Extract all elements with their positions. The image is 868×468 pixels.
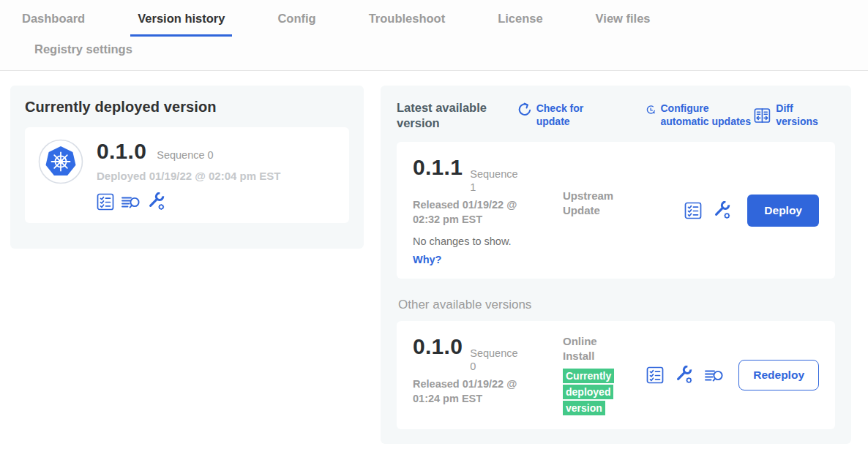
tab-view-files[interactable]: View files bbox=[588, 12, 658, 34]
check-for-update-label: Check for update bbox=[536, 102, 616, 128]
redeploy-button[interactable]: Redeploy bbox=[738, 360, 819, 390]
deploy-button[interactable]: Deploy bbox=[747, 195, 819, 227]
view-logs-icon[interactable] bbox=[121, 195, 140, 210]
latest-available-card: Latest available version Check for updat… bbox=[381, 86, 851, 444]
version-number: 0.1.1 bbox=[413, 155, 463, 180]
diff-versions-label: Diff versions bbox=[776, 102, 835, 128]
tab-registry-settings[interactable]: Registry settings bbox=[27, 42, 140, 65]
version-source: Online Install bbox=[563, 334, 629, 363]
diff-versions-link[interactable]: Diff versions bbox=[754, 102, 835, 128]
wrench-gear-icon[interactable] bbox=[147, 192, 166, 211]
top-nav: Dashboard Version history Config Trouble… bbox=[0, 0, 868, 71]
scheduled-update-icon bbox=[646, 102, 656, 118]
no-changes-note: No changes to show. bbox=[413, 235, 563, 247]
deployed-version-number: 0.1.0 bbox=[97, 139, 146, 164]
diff-versions-icon bbox=[754, 107, 771, 124]
configure-automatic-updates-link[interactable]: Configure automatic updates bbox=[646, 102, 755, 128]
currently-deployed-title: Currently deployed version bbox=[25, 99, 349, 116]
sequence-label: Sequence 1 bbox=[470, 168, 521, 194]
tab-config[interactable]: Config bbox=[270, 12, 323, 34]
nav-tab-row: Dashboard Version history Config Trouble… bbox=[0, 0, 868, 37]
nav-tab-row-2: Registry settings bbox=[0, 37, 868, 65]
tab-troubleshoot[interactable]: Troubleshoot bbox=[362, 12, 453, 34]
check-for-update-link[interactable]: Check for update bbox=[517, 102, 616, 128]
released-timestamp: Released 01/19/22 @ 01:24 pm EST bbox=[413, 377, 541, 406]
checklist-icon[interactable] bbox=[97, 193, 114, 211]
wrench-gear-icon[interactable] bbox=[713, 201, 732, 220]
view-logs-icon[interactable] bbox=[705, 368, 723, 383]
deployed-timestamp: Deployed 01/19/22 @ 02:04 pm EST bbox=[97, 170, 280, 182]
currently-deployed-card: Currently deployed version 0.1.0 Sequenc… bbox=[10, 86, 364, 249]
tab-license[interactable]: License bbox=[490, 12, 550, 34]
refresh-arrow-icon bbox=[517, 102, 531, 118]
latest-available-title: Latest available version bbox=[397, 100, 493, 130]
configure-automatic-updates-label: Configure automatic updates bbox=[660, 102, 754, 128]
currently-deployed-badge: Currently deployed version bbox=[563, 369, 614, 415]
wrench-gear-icon[interactable] bbox=[675, 366, 694, 385]
deployed-sequence-label: Sequence 0 bbox=[157, 149, 213, 161]
version-number: 0.1.0 bbox=[413, 334, 463, 359]
why-link[interactable]: Why? bbox=[413, 254, 563, 265]
version-row-0-1-0: 0.1.0 Sequence 0 Released 01/19/22 @ 01:… bbox=[397, 321, 835, 429]
checklist-icon[interactable] bbox=[684, 202, 702, 219]
sequence-label: Sequence 0 bbox=[470, 347, 521, 373]
tab-dashboard[interactable]: Dashboard bbox=[15, 12, 92, 34]
deployed-version-row: 0.1.0 Sequence 0 Deployed 01/19/22 @ 02:… bbox=[25, 127, 349, 223]
released-timestamp: Released 01/19/22 @ 02:32 pm EST bbox=[413, 198, 541, 227]
kubernetes-logo-icon bbox=[38, 139, 83, 184]
version-source: Upstream Update bbox=[563, 189, 629, 217]
version-row-0-1-1: 0.1.1 Sequence 1 Released 01/19/22 @ 02:… bbox=[397, 142, 835, 279]
tab-version-history[interactable]: Version history bbox=[130, 12, 232, 37]
other-versions-heading: Other available versions bbox=[398, 298, 835, 312]
checklist-icon[interactable] bbox=[646, 366, 664, 384]
